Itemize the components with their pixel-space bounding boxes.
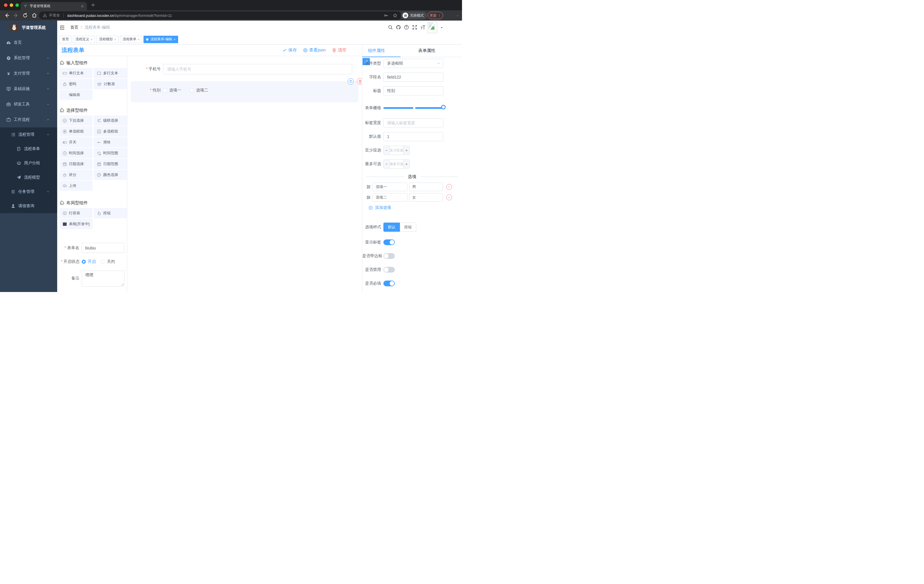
home-button[interactable]	[31, 13, 37, 18]
status-off-radio[interactable]	[101, 260, 105, 264]
tag-process-form[interactable]: 流程表单×	[120, 36, 142, 43]
sidebar-item-system[interactable]: 系统管理	[0, 50, 57, 66]
component-time-picker[interactable]: 时间选择	[59, 148, 92, 158]
option1-remove-button[interactable]	[446, 184, 452, 190]
component-date-picker[interactable]: 日期选择	[59, 159, 92, 169]
sidebar-logo[interactable]: 芋道管理系统	[0, 21, 57, 35]
border-toggle[interactable]	[383, 253, 395, 259]
sidebar-item-devtools[interactable]: 研发工具	[0, 97, 57, 112]
save-button[interactable]: 保存	[282, 48, 297, 53]
form-name-input[interactable]	[81, 243, 124, 253]
component-counter[interactable]: 计数器	[94, 79, 127, 89]
sidebar-item-leave-query[interactable]: 请假查询	[0, 199, 57, 213]
reload-button[interactable]	[22, 13, 28, 18]
component-row-container[interactable]: 行容器	[59, 208, 92, 218]
drag-handle-icon[interactable]	[366, 184, 371, 189]
component-table[interactable]: 表格[开发中]	[59, 219, 92, 229]
component-button[interactable]: 按钮	[94, 208, 127, 218]
tag-close-icon[interactable]: ×	[173, 38, 175, 41]
password-key-icon[interactable]	[384, 13, 388, 18]
option2-remove-button[interactable]	[446, 194, 452, 200]
component-type-select[interactable]	[383, 59, 444, 68]
sidebar-item-task-management[interactable]: 任务管理	[0, 184, 57, 199]
gender-option1-label[interactable]: 选项一	[169, 88, 181, 93]
browser-update-button[interactable]: 更新	[428, 12, 443, 19]
disabled-toggle[interactable]	[383, 267, 395, 273]
sidebar-item-workflow[interactable]: 工作流程	[0, 112, 57, 127]
stepper-decrease-button[interactable]: −	[384, 146, 390, 155]
style-default-button[interactable]: 默认	[383, 222, 400, 232]
chevron-down-icon[interactable]	[456, 14, 459, 17]
help-icon[interactable]	[404, 25, 409, 30]
add-option-button[interactable]: 添加选项	[362, 205, 462, 210]
grid-slider[interactable]	[383, 107, 444, 109]
breadcrumb-home[interactable]: 首页	[70, 25, 78, 30]
browser-menu-dots-icon[interactable]	[438, 14, 441, 17]
sidebar-item-home[interactable]: 首页	[0, 35, 57, 50]
form-remark-textarea[interactable]: 嘿嘿	[82, 271, 124, 286]
tag-process-form-edit[interactable]: 流程表单-编辑×	[144, 36, 178, 43]
option2-value-input[interactable]	[409, 193, 443, 202]
option1-label-input[interactable]	[373, 183, 408, 191]
sidebar-item-process-form[interactable]: 流程表单	[0, 142, 57, 156]
avatar[interactable]	[428, 22, 437, 33]
sidebar-item-process-management[interactable]: 流程管理	[0, 127, 57, 142]
show-label-toggle[interactable]	[383, 239, 395, 245]
sidebar-item-user-group[interactable]: 用户分组	[0, 156, 57, 170]
component-dropdown[interactable]: 下拉选择	[59, 115, 92, 126]
font-size-icon[interactable]	[420, 25, 426, 30]
tag-close-icon[interactable]: ×	[91, 38, 92, 41]
window-close-button[interactable]	[4, 3, 7, 7]
phone-input[interactable]	[163, 64, 352, 74]
new-tab-button[interactable]	[91, 3, 95, 7]
field-name-input[interactable]	[383, 72, 444, 82]
gender-option2-checkbox[interactable]	[190, 88, 194, 92]
window-zoom-button[interactable]	[15, 3, 19, 7]
component-cascader[interactable]: 级联选择	[94, 115, 127, 126]
status-on-radio[interactable]	[82, 260, 86, 264]
component-switch[interactable]: 开关	[59, 137, 92, 147]
component-password[interactable]: 密码	[59, 79, 92, 89]
url-field[interactable]: 不安全 dashboard.yudao.iocoder.cn/bpm/manag…	[39, 12, 401, 20]
browser-tab[interactable]: 芋道管理系统	[21, 2, 87, 10]
component-radio-group[interactable]: 单选框组	[59, 126, 92, 137]
canvas-phone-field[interactable]: 手机号	[127, 64, 362, 74]
tag-process-model[interactable]: 流程模型×	[96, 36, 118, 43]
gender-option2-label[interactable]: 选项二	[196, 88, 208, 93]
component-checkbox-group[interactable]: 多选框组	[94, 126, 127, 137]
tag-close-icon[interactable]: ×	[138, 38, 140, 41]
sidebar-item-payment[interactable]: ¥ 支付管理	[0, 66, 57, 81]
min-select-placeholder[interactable]: 至少应选	[390, 146, 403, 155]
component-editor[interactable]: 编辑器	[59, 90, 92, 100]
component-color-picker[interactable]: 颜色选择	[94, 170, 127, 180]
component-upload[interactable]: 上传	[59, 181, 92, 191]
tab-close-icon[interactable]	[81, 5, 84, 8]
slider-handle[interactable]	[441, 105, 446, 109]
option2-label-input[interactable]	[373, 193, 408, 202]
sidebar-item-infra[interactable]: 基础设施	[0, 81, 57, 97]
component-slider[interactable]: 滑块	[94, 137, 127, 147]
stepper-increase-button[interactable]: +	[403, 146, 409, 155]
sidebar-collapse-icon[interactable]	[59, 25, 65, 30]
tag-home[interactable]: 首页	[59, 36, 71, 43]
search-icon[interactable]	[388, 25, 393, 30]
component-date-range[interactable]: 日期范围	[94, 159, 127, 169]
required-toggle[interactable]	[383, 281, 395, 286]
forward-button[interactable]	[13, 13, 19, 18]
bookmark-star-icon[interactable]	[393, 13, 398, 18]
style-button-button[interactable]: 按钮	[400, 222, 416, 232]
window-minimize-button[interactable]	[10, 3, 13, 7]
stepper-increase-button[interactable]: +	[403, 160, 409, 168]
default-value-input[interactable]	[383, 132, 444, 141]
caret-down-icon[interactable]	[440, 26, 443, 29]
component-time-range[interactable]: 时间范围	[94, 148, 127, 158]
component-single-line-text[interactable]: 单行文本	[59, 68, 92, 78]
fullscreen-icon[interactable]	[412, 25, 417, 30]
status-off-label[interactable]: 关闭	[107, 259, 115, 264]
canvas-selected-component[interactable]: 性别 选项一 选项二	[130, 81, 358, 102]
status-on-label[interactable]: 开启	[88, 259, 96, 264]
tag-close-icon[interactable]: ×	[114, 38, 116, 41]
component-rate[interactable]: 评分	[59, 170, 92, 180]
tab-component-props[interactable]: 组件属性	[368, 48, 385, 53]
component-multi-line-text[interactable]: 多行文本	[94, 68, 127, 78]
